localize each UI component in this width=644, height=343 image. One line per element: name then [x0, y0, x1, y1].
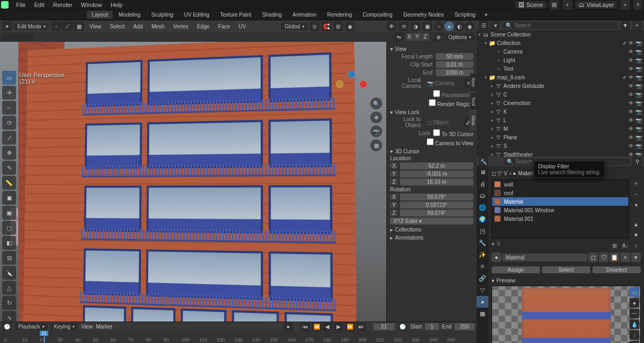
playback-menu[interactable]: Playback	[15, 323, 48, 330]
nav-persp-icon[interactable]: ▦	[370, 139, 382, 151]
ptab-constraints[interactable]: 🔗	[477, 272, 488, 284]
scene-selector[interactable]: 🖼 Scene	[515, 1, 546, 9]
outliner-row-text[interactable]: ▫Text👁 📷	[477, 64, 644, 73]
jump-start-icon[interactable]: ⏮	[301, 322, 310, 331]
mirror-z[interactable]: Z	[422, 33, 429, 41]
viewport-3d[interactable]: Stadttheater User Perspective(21) V ▭ ✛ …	[0, 42, 477, 322]
pv-hair-icon[interactable]: ⫶	[630, 330, 639, 340]
npanel-head-cursor[interactable]: ▾ 3D Cursor	[390, 148, 473, 154]
sel-none-icon[interactable]	[10, 33, 18, 41]
local-camera-field[interactable]: 📷 Camera	[424, 80, 462, 87]
ws-modeling[interactable]: Modeling	[114, 11, 145, 19]
tool-addcube[interactable]: ◼	[2, 191, 16, 205]
timeline-track[interactable]: 0102130405060708090100110120130140150160…	[0, 331, 477, 343]
sel-invert-icon[interactable]	[18, 33, 26, 41]
tl-marker[interactable]: Marker	[96, 324, 113, 330]
tool-polybuild[interactable]: △	[2, 281, 16, 295]
play-rev-icon[interactable]: ◀	[323, 322, 332, 331]
editor-type-icon[interactable]: ✦	[2, 21, 12, 31]
scene-browse-icon[interactable]: ▤	[550, 0, 559, 10]
shading-rendered-icon[interactable]: ◉	[465, 21, 474, 31]
viewlayer-remove-icon[interactable]: ×	[633, 0, 643, 10]
vp-menu-face[interactable]: Face	[215, 24, 233, 29]
props-type-icon[interactable]: 🔧	[479, 156, 488, 166]
timeline-type-icon[interactable]: 🕐	[2, 322, 12, 331]
cursor-ry[interactable]: 0.59723°	[400, 202, 473, 208]
tool-bevel[interactable]: ◧	[2, 236, 16, 250]
outliner-row-collection[interactable]: ▾📁Collection✔ 👁 📷	[477, 39, 644, 47]
ptab-object[interactable]: ◳	[477, 225, 488, 237]
mat-unlink-icon[interactable]: ×	[620, 252, 630, 262]
preview-panel-head[interactable]: ▾ Preview	[492, 278, 641, 284]
npanel-head-viewlock[interactable]: ▾ View Lock	[390, 109, 473, 115]
current-frame[interactable]: 21	[374, 323, 394, 330]
vp-menu-select[interactable]: Select	[107, 24, 128, 29]
tool-extrude[interactable]: ▣	[2, 206, 16, 220]
ws-rendering[interactable]: Rendering	[323, 11, 357, 19]
snap-icon[interactable]: 🧲	[321, 21, 331, 31]
deselect-button[interactable]: Deselect	[592, 266, 641, 273]
cursor-z[interactable]: 16.33 m	[400, 178, 473, 185]
outliner-row-scene-collection[interactable]: ▾🗂Scene Collection	[477, 30, 644, 39]
clip-end-field[interactable]: 1000 m	[436, 69, 473, 76]
material-slot-material-001-window[interactable]: Material.001 Window	[492, 206, 628, 214]
npanel-collections[interactable]: ▸ Collections	[390, 227, 473, 233]
mat-grid-icon[interactable]: ⊞	[610, 241, 619, 250]
mat-newcopy-icon[interactable]: 📋	[610, 252, 619, 262]
shading-solid-icon[interactable]: ●	[444, 21, 454, 31]
mirror-icon[interactable]: ⇋	[394, 32, 404, 42]
outliner-row-k[interactable]: ▸▽K👁 📷	[477, 107, 644, 116]
xray-icon[interactable]: ▣	[422, 21, 432, 31]
ws-layout[interactable]: Layout	[87, 11, 113, 19]
outliner-row-stadttheater[interactable]: ▸▽Stadttheater👁 📷	[477, 150, 644, 156]
passepartout-check[interactable]	[433, 90, 440, 97]
snap-type-icon[interactable]: ⊞	[333, 21, 343, 31]
ws-uv[interactable]: UV Editing	[179, 11, 214, 19]
mat-sort-icon[interactable]: A↓	[620, 241, 630, 250]
pv-fluid-icon[interactable]: 💧	[630, 319, 639, 329]
outliner-tree[interactable]: ▾🗂Scene Collection▾📁Collection✔ 👁 📷▫Came…	[477, 30, 644, 156]
outliner-row-light[interactable]: ▫Light👁 📷	[477, 56, 644, 64]
cursor-y[interactable]: -9.001 m	[400, 170, 473, 177]
vp-menu-vertex[interactable]: Vertex	[170, 24, 192, 29]
vp-menu-edge[interactable]: Edge	[194, 24, 213, 29]
sel-all-icon[interactable]	[2, 33, 10, 41]
vp-menu-add[interactable]: Add	[130, 24, 146, 29]
menu-help[interactable]: Help	[106, 2, 127, 8]
tool-annotate[interactable]: ✎	[2, 161, 16, 175]
play-icon[interactable]: ▶	[334, 322, 343, 331]
ptab-modifier[interactable]: 🔧	[477, 237, 488, 249]
tool-select[interactable]: ▭	[2, 71, 16, 85]
focal-length-field[interactable]: 50 mm	[436, 53, 473, 60]
ptab-world[interactable]: 🌍	[477, 213, 488, 225]
shading-matprev-icon[interactable]: ◐	[455, 21, 464, 31]
pv-sphere-icon[interactable]: ●	[630, 298, 639, 308]
ptab-data[interactable]: ▽	[477, 284, 488, 296]
outliner-row-andere-geb-ude[interactable]: ▸▽Andere Gebäude👁 📷	[477, 81, 644, 90]
mat-up-icon[interactable]: ▲	[631, 219, 641, 229]
prev-key-icon[interactable]: ⏪	[312, 322, 321, 331]
tool-rotate[interactable]: ⟳	[2, 116, 16, 130]
outliner-mode-icon[interactable]: ▾	[491, 20, 500, 30]
ws-shading[interactable]: Shading	[257, 11, 287, 19]
menu-edit[interactable]: Edit	[30, 2, 49, 8]
viewlayer-selector[interactable]: 🗂 ViewLayer	[575, 1, 617, 9]
scene-add-icon[interactable]: ＋	[562, 0, 572, 10]
ws-texpaint[interactable]: Texture Paint	[215, 11, 256, 19]
mat-link-icon[interactable]: ◻	[588, 252, 598, 262]
ptab-scene[interactable]: 🌐	[477, 202, 488, 213]
ntab-item[interactable]: Item	[470, 73, 477, 92]
ptab-particles[interactable]: ✨	[477, 249, 488, 260]
tool-loopcut[interactable]: ⊟	[2, 251, 16, 265]
clip-start-field[interactable]: 0.01 m	[436, 61, 473, 68]
mesh-options-dropdown[interactable]: Options	[445, 34, 474, 41]
tool-transform[interactable]: ✥	[2, 146, 16, 160]
mat-nodes-icon[interactable]: ▾	[631, 252, 641, 262]
mirror-y[interactable]: Y	[414, 33, 421, 41]
select-mode-face[interactable]: ▦	[74, 21, 84, 31]
mode-dropdown[interactable]: Edit Mode	[14, 23, 49, 30]
mat-browse-icon[interactable]: ●	[492, 252, 501, 262]
material-slot-material-001[interactable]: Material.001	[492, 214, 628, 223]
orientation-dropdown[interactable]: Global	[281, 23, 308, 30]
ws-comp[interactable]: Compositing	[358, 11, 398, 19]
